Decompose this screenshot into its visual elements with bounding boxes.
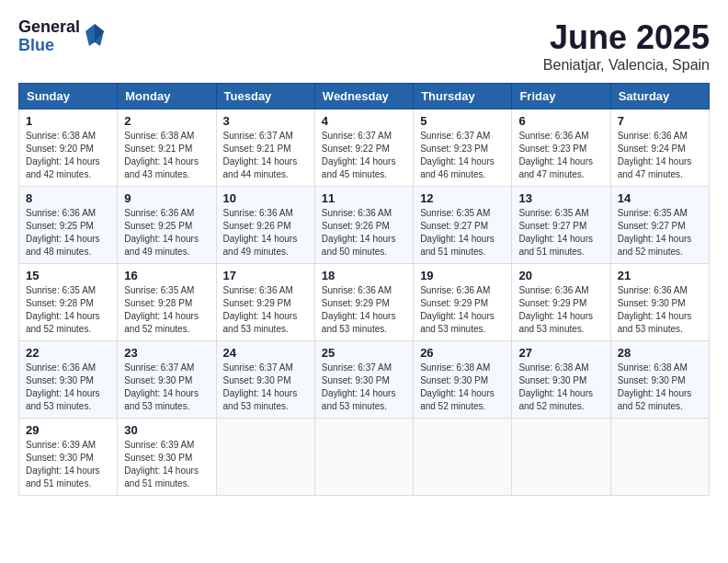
day-number: 30 bbox=[124, 423, 209, 437]
day-number: 28 bbox=[618, 346, 702, 360]
calendar-day-3: 3Sunrise: 6:37 AMSunset: 9:21 PMDaylight… bbox=[216, 109, 314, 187]
day-number: 6 bbox=[518, 114, 603, 128]
calendar-week-2: 8Sunrise: 6:36 AMSunset: 9:25 PMDaylight… bbox=[19, 187, 710, 264]
day-info: Sunrise: 6:36 AMSunset: 9:23 PMDaylight:… bbox=[518, 130, 603, 181]
subtitle: Beniatjar, Valencia, Spain bbox=[543, 57, 710, 74]
day-info: Sunrise: 6:37 AMSunset: 9:21 PMDaylight:… bbox=[223, 130, 308, 181]
day-info: Sunrise: 6:36 AMSunset: 9:26 PMDaylight:… bbox=[223, 207, 308, 259]
day-number: 11 bbox=[322, 191, 406, 205]
calendar-day-16: 16Sunrise: 6:35 AMSunset: 9:28 PMDayligh… bbox=[118, 264, 216, 341]
day-number: 19 bbox=[420, 269, 505, 282]
day-info: Sunrise: 6:37 AMSunset: 9:30 PMDaylight:… bbox=[322, 362, 406, 413]
day-info: Sunrise: 6:36 AMSunset: 9:25 PMDaylight:… bbox=[26, 207, 110, 259]
calendar-day-17: 17Sunrise: 6:36 AMSunset: 9:29 PMDayligh… bbox=[216, 264, 314, 341]
column-header-saturday: Saturday bbox=[610, 84, 709, 109]
empty-cell bbox=[512, 419, 610, 496]
calendar-day-7: 7Sunrise: 6:36 AMSunset: 9:24 PMDaylight… bbox=[610, 109, 709, 187]
day-info: Sunrise: 6:35 AMSunset: 9:28 PMDaylight:… bbox=[124, 284, 209, 336]
day-number: 7 bbox=[618, 114, 702, 128]
day-info: Sunrise: 6:37 AMSunset: 9:22 PMDaylight:… bbox=[322, 130, 406, 181]
day-info: Sunrise: 6:36 AMSunset: 9:29 PMDaylight:… bbox=[223, 284, 308, 336]
calendar-day-4: 4Sunrise: 6:37 AMSunset: 9:22 PMDaylight… bbox=[314, 109, 413, 187]
day-number: 2 bbox=[124, 114, 209, 128]
day-number: 24 bbox=[223, 346, 308, 360]
day-number: 5 bbox=[420, 114, 505, 128]
day-number: 21 bbox=[618, 269, 702, 282]
day-number: 16 bbox=[124, 269, 209, 282]
day-number: 26 bbox=[420, 346, 505, 360]
calendar-day-12: 12Sunrise: 6:35 AMSunset: 9:27 PMDayligh… bbox=[414, 187, 512, 264]
empty-cell bbox=[610, 419, 709, 496]
column-header-monday: Monday bbox=[118, 84, 216, 109]
calendar-day-25: 25Sunrise: 6:37 AMSunset: 9:30 PMDayligh… bbox=[314, 341, 413, 419]
calendar-day-27: 27Sunrise: 6:38 AMSunset: 9:30 PMDayligh… bbox=[512, 341, 610, 419]
day-info: Sunrise: 6:35 AMSunset: 9:27 PMDaylight:… bbox=[518, 207, 603, 259]
day-info: Sunrise: 6:36 AMSunset: 9:26 PMDaylight:… bbox=[322, 207, 406, 259]
day-number: 25 bbox=[322, 346, 406, 360]
calendar-day-6: 6Sunrise: 6:36 AMSunset: 9:23 PMDaylight… bbox=[512, 109, 610, 187]
calendar-day-11: 11Sunrise: 6:36 AMSunset: 9:26 PMDayligh… bbox=[314, 187, 413, 264]
column-header-wednesday: Wednesday bbox=[314, 84, 413, 109]
logo-icon bbox=[84, 22, 106, 48]
day-info: Sunrise: 6:35 AMSunset: 9:27 PMDaylight:… bbox=[420, 207, 505, 259]
day-info: Sunrise: 6:38 AMSunset: 9:30 PMDaylight:… bbox=[518, 362, 603, 413]
title-section: June 2025 Beniatjar, Valencia, Spain bbox=[543, 18, 710, 74]
calendar-week-5: 29Sunrise: 6:39 AMSunset: 9:30 PMDayligh… bbox=[19, 419, 710, 496]
logo: General Blue bbox=[18, 18, 106, 55]
day-number: 18 bbox=[322, 269, 406, 282]
calendar-week-1: 1Sunrise: 6:38 AMSunset: 9:20 PMDaylight… bbox=[19, 109, 710, 187]
column-header-friday: Friday bbox=[512, 84, 610, 109]
calendar-day-21: 21Sunrise: 6:36 AMSunset: 9:30 PMDayligh… bbox=[610, 264, 709, 341]
day-info: Sunrise: 6:36 AMSunset: 9:29 PMDaylight:… bbox=[420, 284, 505, 336]
day-number: 8 bbox=[26, 191, 110, 205]
empty-cell bbox=[414, 419, 512, 496]
day-number: 22 bbox=[26, 346, 110, 360]
day-info: Sunrise: 6:36 AMSunset: 9:30 PMDaylight:… bbox=[26, 362, 110, 413]
calendar-table: SundayMondayTuesdayWednesdayThursdayFrid… bbox=[18, 83, 710, 496]
calendar-week-3: 15Sunrise: 6:35 AMSunset: 9:28 PMDayligh… bbox=[19, 264, 710, 341]
page-header: General Blue June 2025 Beniatjar, Valenc… bbox=[18, 18, 710, 74]
day-number: 13 bbox=[518, 191, 603, 205]
column-header-sunday: Sunday bbox=[19, 84, 118, 109]
logo-blue: Blue bbox=[18, 37, 80, 55]
calendar-day-22: 22Sunrise: 6:36 AMSunset: 9:30 PMDayligh… bbox=[19, 341, 118, 419]
calendar-day-10: 10Sunrise: 6:36 AMSunset: 9:26 PMDayligh… bbox=[216, 187, 314, 264]
calendar-header-row: SundayMondayTuesdayWednesdayThursdayFrid… bbox=[19, 84, 710, 109]
day-info: Sunrise: 6:37 AMSunset: 9:30 PMDaylight:… bbox=[124, 362, 209, 413]
column-header-tuesday: Tuesday bbox=[216, 84, 314, 109]
empty-cell bbox=[216, 419, 314, 496]
day-info: Sunrise: 6:39 AMSunset: 9:30 PMDaylight:… bbox=[26, 439, 110, 490]
main-title: June 2025 bbox=[543, 18, 710, 57]
calendar-day-26: 26Sunrise: 6:38 AMSunset: 9:30 PMDayligh… bbox=[414, 341, 512, 419]
calendar-week-4: 22Sunrise: 6:36 AMSunset: 9:30 PMDayligh… bbox=[19, 341, 710, 419]
day-number: 4 bbox=[322, 114, 406, 128]
calendar-day-2: 2Sunrise: 6:38 AMSunset: 9:21 PMDaylight… bbox=[118, 109, 216, 187]
day-number: 1 bbox=[26, 114, 110, 128]
calendar-day-5: 5Sunrise: 6:37 AMSunset: 9:23 PMDaylight… bbox=[414, 109, 512, 187]
day-info: Sunrise: 6:36 AMSunset: 9:29 PMDaylight:… bbox=[518, 284, 603, 336]
calendar-day-15: 15Sunrise: 6:35 AMSunset: 9:28 PMDayligh… bbox=[19, 264, 118, 341]
day-info: Sunrise: 6:38 AMSunset: 9:30 PMDaylight:… bbox=[618, 362, 702, 413]
logo-general: General bbox=[18, 18, 80, 37]
day-number: 10 bbox=[223, 191, 308, 205]
day-number: 9 bbox=[124, 191, 209, 205]
day-number: 20 bbox=[518, 269, 603, 282]
day-info: Sunrise: 6:38 AMSunset: 9:20 PMDaylight:… bbox=[26, 130, 110, 181]
calendar-day-9: 9Sunrise: 6:36 AMSunset: 9:25 PMDaylight… bbox=[118, 187, 216, 264]
day-info: Sunrise: 6:38 AMSunset: 9:30 PMDaylight:… bbox=[420, 362, 505, 413]
day-number: 27 bbox=[518, 346, 603, 360]
day-number: 15 bbox=[26, 269, 110, 282]
empty-cell bbox=[314, 419, 413, 496]
calendar-day-13: 13Sunrise: 6:35 AMSunset: 9:27 PMDayligh… bbox=[512, 187, 610, 264]
calendar-day-30: 30Sunrise: 6:39 AMSunset: 9:30 PMDayligh… bbox=[118, 419, 216, 496]
calendar-day-14: 14Sunrise: 6:35 AMSunset: 9:27 PMDayligh… bbox=[610, 187, 709, 264]
column-header-thursday: Thursday bbox=[414, 84, 512, 109]
day-number: 12 bbox=[420, 191, 505, 205]
day-number: 29 bbox=[26, 423, 110, 437]
calendar-day-23: 23Sunrise: 6:37 AMSunset: 9:30 PMDayligh… bbox=[118, 341, 216, 419]
calendar-day-24: 24Sunrise: 6:37 AMSunset: 9:30 PMDayligh… bbox=[216, 341, 314, 419]
day-info: Sunrise: 6:36 AMSunset: 9:30 PMDaylight:… bbox=[618, 284, 702, 336]
day-info: Sunrise: 6:39 AMSunset: 9:30 PMDaylight:… bbox=[124, 439, 209, 490]
day-info: Sunrise: 6:36 AMSunset: 9:29 PMDaylight:… bbox=[322, 284, 406, 336]
calendar-day-8: 8Sunrise: 6:36 AMSunset: 9:25 PMDaylight… bbox=[19, 187, 118, 264]
